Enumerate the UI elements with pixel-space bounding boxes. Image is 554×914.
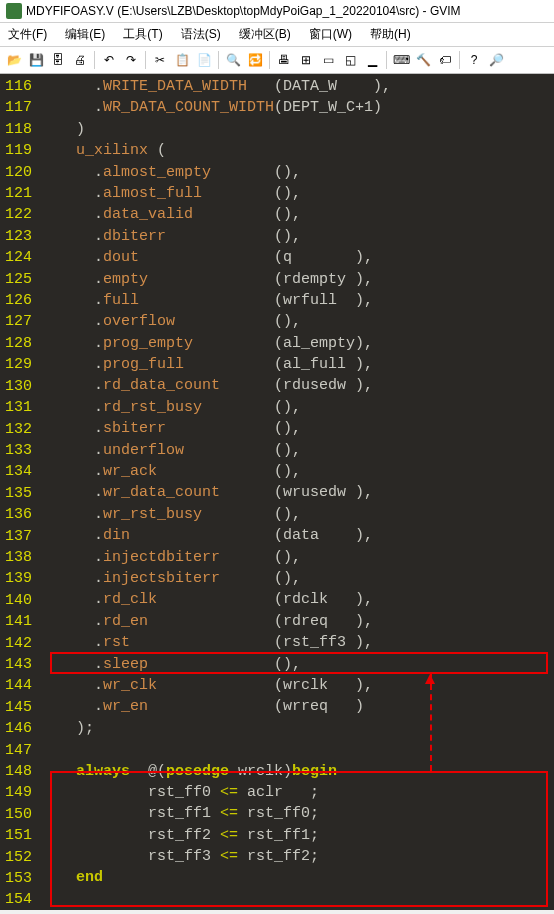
code-line[interactable]: .prog_empty (al_empty), bbox=[40, 333, 391, 354]
menu-syntax[interactable]: 语法(S) bbox=[177, 25, 225, 44]
make-icon[interactable]: 🔨 bbox=[413, 50, 433, 70]
menu-file[interactable]: 文件(F) bbox=[4, 25, 51, 44]
replace-icon[interactable]: 🔁 bbox=[245, 50, 265, 70]
line-number-gutter: 1161171181191201211221231241251261271281… bbox=[0, 74, 38, 910]
code-line[interactable]: .rd_clk (rdclk ), bbox=[40, 589, 391, 610]
print-icon[interactable]: 🖨 bbox=[70, 50, 90, 70]
code-line[interactable]: .wr_clk (wrclk ), bbox=[40, 675, 391, 696]
code-line[interactable]: .dbiterr (), bbox=[40, 226, 391, 247]
copy-icon[interactable]: 📋 bbox=[172, 50, 192, 70]
app-icon bbox=[6, 3, 22, 19]
code-line[interactable]: .rst (rst_ff3 ), bbox=[40, 632, 391, 653]
code-line[interactable]: rst_ff0 <= aclr ; bbox=[40, 782, 391, 803]
code-line[interactable]: .wr_rst_busy (), bbox=[40, 504, 391, 525]
newwin-icon[interactable]: ⊞ bbox=[296, 50, 316, 70]
minwin-icon[interactable]: ▁ bbox=[362, 50, 382, 70]
titlebar: MDYFIFOASY.V (E:\Users\LZB\Desktop\topMd… bbox=[0, 0, 554, 23]
code-line[interactable]: .full (wrfull ), bbox=[40, 290, 391, 311]
code-line[interactable]: .underflow (), bbox=[40, 440, 391, 461]
code-line[interactable] bbox=[40, 889, 391, 910]
code-line[interactable]: .almost_full (), bbox=[40, 183, 391, 204]
code-line[interactable]: .data_valid (), bbox=[40, 204, 391, 225]
separator bbox=[94, 51, 95, 69]
help-icon[interactable]: ? bbox=[464, 50, 484, 70]
code-line[interactable]: .sbiterr (), bbox=[40, 418, 391, 439]
menu-edit[interactable]: 编辑(E) bbox=[61, 25, 109, 44]
separator bbox=[269, 51, 270, 69]
split-icon[interactable]: ▭ bbox=[318, 50, 338, 70]
separator bbox=[459, 51, 460, 69]
code-line[interactable]: always @(posedge wrclk)begin bbox=[40, 761, 391, 782]
code-line[interactable]: end bbox=[40, 867, 391, 888]
window-title: MDYFIFOASY.V (E:\Users\LZB\Desktop\topMd… bbox=[26, 4, 461, 18]
code-line[interactable]: .dout (q ), bbox=[40, 247, 391, 268]
separator bbox=[386, 51, 387, 69]
code-line[interactable]: .rd_data_count (rdusedw ), bbox=[40, 375, 391, 396]
code-line[interactable]: rst_ff3 <= rst_ff2; bbox=[40, 846, 391, 867]
separator bbox=[218, 51, 219, 69]
menubar: 文件(F) 编辑(E) 工具(T) 语法(S) 缓冲区(B) 窗口(W) 帮助(… bbox=[0, 23, 554, 47]
code-line[interactable]: .sleep (), bbox=[40, 654, 391, 675]
code-line[interactable]: ) bbox=[40, 119, 391, 140]
code-line[interactable]: .injectdbiterr (), bbox=[40, 547, 391, 568]
code-line[interactable]: rst_ff1 <= rst_ff0; bbox=[40, 803, 391, 824]
code-line[interactable]: .rd_rst_busy (), bbox=[40, 397, 391, 418]
toolbar: 📂 💾 🗄 🖨 ↶ ↷ ✂ 📋 📄 🔍 🔁 🖶 ⊞ ▭ ◱ ▁ ⌨ 🔨 🏷 ? … bbox=[0, 47, 554, 74]
code-line[interactable]: .wr_data_count (wrusedw ), bbox=[40, 482, 391, 503]
menu-window[interactable]: 窗口(W) bbox=[305, 25, 356, 44]
code-line[interactable]: .WR_DATA_COUNT_WIDTH(DEPT_W_C+1) bbox=[40, 97, 391, 118]
findhelp-icon[interactable]: 🔎 bbox=[486, 50, 506, 70]
print2-icon[interactable]: 🖶 bbox=[274, 50, 294, 70]
menu-help[interactable]: 帮助(H) bbox=[366, 25, 415, 44]
code-line[interactable]: .prog_full (al_full ), bbox=[40, 354, 391, 375]
undo-icon[interactable]: ↶ bbox=[99, 50, 119, 70]
maxwin-icon[interactable]: ◱ bbox=[340, 50, 360, 70]
find-icon[interactable]: 🔍 bbox=[223, 50, 243, 70]
code-line[interactable]: .rd_en (rdreq ), bbox=[40, 611, 391, 632]
code-line[interactable]: .wr_en (wrreq ) bbox=[40, 696, 391, 717]
code-line[interactable] bbox=[40, 739, 391, 760]
code-line[interactable]: .din (data ), bbox=[40, 525, 391, 546]
redo-icon[interactable]: ↷ bbox=[121, 50, 141, 70]
code-line[interactable]: ); bbox=[40, 718, 391, 739]
code-line[interactable]: .empty (rdempty ), bbox=[40, 269, 391, 290]
code-line[interactable]: .overflow (), bbox=[40, 311, 391, 332]
shell-icon[interactable]: ⌨ bbox=[391, 50, 411, 70]
saveall-icon[interactable]: 🗄 bbox=[48, 50, 68, 70]
tags-icon[interactable]: 🏷 bbox=[435, 50, 455, 70]
code-line[interactable]: .WRITE_DATA_WIDTH (DATA_W ), bbox=[40, 76, 391, 97]
code-area[interactable]: .WRITE_DATA_WIDTH (DATA_W ), .WR_DATA_CO… bbox=[38, 74, 391, 910]
menu-tools[interactable]: 工具(T) bbox=[119, 25, 166, 44]
annotation-arrow-line bbox=[430, 674, 432, 771]
cut-icon[interactable]: ✂ bbox=[150, 50, 170, 70]
code-line[interactable]: rst_ff2 <= rst_ff1; bbox=[40, 825, 391, 846]
save-icon[interactable]: 💾 bbox=[26, 50, 46, 70]
paste-icon[interactable]: 📄 bbox=[194, 50, 214, 70]
code-line[interactable]: u_xilinx ( bbox=[40, 140, 391, 161]
open-icon[interactable]: 📂 bbox=[4, 50, 24, 70]
separator bbox=[145, 51, 146, 69]
code-line[interactable]: .wr_ack (), bbox=[40, 461, 391, 482]
editor[interactable]: 1161171181191201211221231241251261271281… bbox=[0, 74, 554, 910]
annotation-arrow-head bbox=[425, 674, 435, 684]
code-line[interactable]: .injectsbiterr (), bbox=[40, 568, 391, 589]
code-line[interactable]: .almost_empty (), bbox=[40, 162, 391, 183]
menu-buffers[interactable]: 缓冲区(B) bbox=[235, 25, 295, 44]
